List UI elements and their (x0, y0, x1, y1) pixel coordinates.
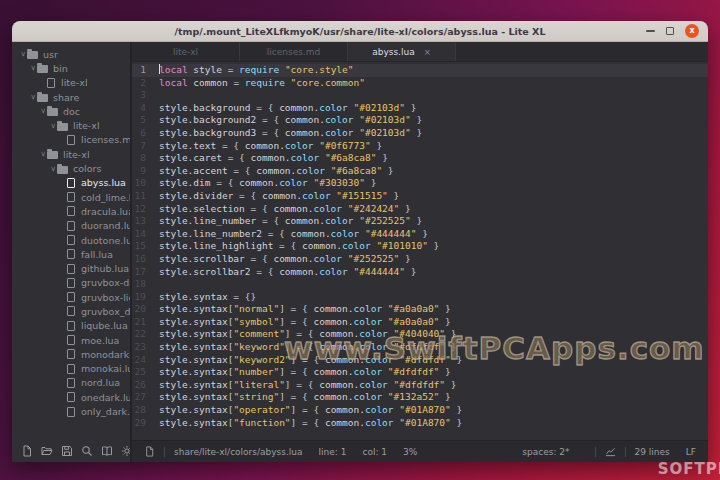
tree-item-gruvbox-dark.lu[interactable]: gruvbox-dark.lu (12, 276, 130, 290)
code-line[interactable]: 7style.text = { common.color "#0f6773" } (132, 140, 708, 153)
tree-item-dracula.lua[interactable]: dracula.lua (12, 204, 130, 218)
code-line[interactable]: 10style.dim = { common.color "#303030" } (132, 177, 708, 190)
tree-item-github.lua[interactable]: github.lua (12, 261, 130, 275)
code-line[interactable]: 6style.background3 = { common.color "#02… (132, 127, 708, 140)
tree-item-lite-xl[interactable]: >lite-xl (12, 147, 130, 161)
tree-item-doc[interactable]: >doc (12, 104, 130, 118)
code-text: style.syntax["string"] = { common.color … (159, 391, 451, 404)
code-line[interactable]: 9style.accent = { common.color "#6a8ca8"… (132, 165, 708, 178)
tree-item-only_dark.lua[interactable]: only_dark.lua (12, 404, 130, 418)
desktop: /tmp/.mount_LiteXLfkmyoK/usr/share/lite-… (0, 0, 720, 480)
tree-item-bin[interactable]: >bin (12, 61, 130, 75)
tree-item-duorand.lua[interactable]: duorand.lua (12, 219, 130, 233)
tree-item-nord.lua[interactable]: nord.lua (12, 376, 130, 390)
code-line[interactable]: 16style.scrollbar = { common.color "#252… (132, 253, 708, 266)
line-number: 7 (132, 140, 146, 153)
code-line[interactable]: 8style.caret = { common.color "#6a8ca8" … (132, 152, 708, 165)
tree-item-onedark.lua[interactable]: onedark.lua (12, 390, 130, 404)
line-number: 21 (132, 316, 146, 329)
code-line[interactable]: 20style.syntax["normal"] = { common.colo… (132, 303, 708, 316)
tree-item-gruvbox_dark.lu[interactable]: gruvbox_dark.lu (12, 304, 130, 318)
tab-bar: lite-xllicenses.mdabyss.lua× (132, 42, 708, 62)
tree-item-licenses.md[interactable]: licenses.md (12, 133, 130, 147)
status-line[interactable]: line: 1 (319, 447, 347, 457)
tree-item-fall.lua[interactable]: fall.lua (12, 247, 130, 261)
code-text: style.syntax["comment"] = { common.color… (159, 328, 457, 341)
code-line[interactable]: 27style.syntax["string"] = { common.colo… (132, 391, 708, 404)
line-number: 2 (132, 77, 146, 90)
tab-label: licenses.md (267, 47, 320, 57)
close-icon[interactable]: x (685, 24, 699, 38)
tree-item-label: bin (53, 63, 68, 74)
code-line[interactable]: 12style.selection = { common.color "#242… (132, 203, 708, 216)
code-line[interactable]: 28style.syntax["operator"] = { common.co… (132, 404, 708, 417)
save-icon[interactable] (61, 445, 73, 457)
code-text: style.accent = { common.color "#6a8ca8" … (159, 165, 394, 178)
line-number: 4 (132, 102, 146, 115)
maximize-icon[interactable] (666, 27, 674, 35)
settings-icon[interactable] (121, 445, 132, 457)
tree-item-monokai.lua[interactable]: monokai.lua (12, 362, 130, 376)
tree-item-abyss.lua[interactable]: abyss.lua (12, 176, 130, 190)
code-line[interactable]: 22style.syntax["comment"] = { common.col… (132, 328, 708, 341)
code-text: style.line_number2 = { common.color "#44… (159, 228, 428, 241)
tree-item-label: gruvbox-light.lu (81, 292, 130, 303)
status-total-lines: 29 lines (635, 447, 670, 457)
tree-item-gruvbox-light.lu[interactable]: gruvbox-light.lu (12, 290, 130, 304)
code-line[interactable]: 13style.line_number = { common.color "#2… (132, 215, 708, 228)
status-indent-mode[interactable]: spaces: 2* (522, 447, 569, 457)
code-line[interactable]: 25style.syntax["number"] = { common.colo… (132, 366, 708, 379)
code-text: style.selection = { common.color "#24242… (159, 203, 411, 216)
tree-item-lite-xl[interactable]: >lite-xl (12, 118, 130, 132)
tab-abyss.lua[interactable]: abyss.lua× (348, 42, 456, 61)
line-number: 26 (132, 379, 146, 392)
tree-item-colors[interactable]: >colors (12, 161, 130, 175)
code-editor[interactable]: 1local style = require "core.style"2loca… (132, 62, 708, 440)
code-line[interactable]: 11style.divider = { common.color "#15151… (132, 190, 708, 203)
tree-item-label: gruvbox-dark.lu (81, 277, 130, 288)
code-text: style.syntax = {} (159, 291, 256, 304)
line-chart-icon (605, 446, 616, 457)
tree-item-liqube.lua[interactable]: liqube.lua (12, 319, 130, 333)
status-eol-mode[interactable]: LF (686, 447, 696, 457)
file-icon (67, 335, 75, 345)
line-number: 18 (132, 278, 146, 291)
code-text: style.syntax["symbol"] = { common.color … (159, 316, 451, 329)
tree-item-lite-xl[interactable]: lite-xl (12, 76, 130, 90)
tree-item-duotone.lua[interactable]: duotone.lua (12, 233, 130, 247)
minimize-icon[interactable] (646, 30, 655, 32)
code-line[interactable]: 18 (132, 278, 708, 291)
titlebar[interactable]: /tmp/.mount_LiteXLfkmyoK/usr/share/lite-… (12, 21, 708, 42)
tree-item-moe.lua[interactable]: moe.lua (12, 333, 130, 347)
tree-item-monodark.lua[interactable]: monodark.lua (12, 347, 130, 361)
code-line[interactable]: 1local style = require "core.style" (132, 64, 708, 77)
code-line[interactable]: 4style.background = { common.color "#021… (132, 102, 708, 115)
sidebar-toolbar (12, 444, 130, 462)
code-line[interactable]: 24style.syntax["keyword2"] = { common.co… (132, 354, 708, 367)
tree-item-share[interactable]: >share (12, 90, 130, 104)
file-icon (67, 292, 75, 302)
code-line[interactable]: 26style.syntax["literal"] = { common.col… (132, 379, 708, 392)
code-line[interactable]: 2local common = require "core.common" (132, 77, 708, 90)
code-line[interactable]: 14style.line_number2 = { common.color "#… (132, 228, 708, 241)
code-line[interactable]: 3 (132, 89, 708, 102)
code-line[interactable]: 21style.syntax["symbol"] = { common.colo… (132, 316, 708, 329)
code-line[interactable]: 29style.syntax["function"] = { common.co… (132, 417, 708, 430)
status-col[interactable]: col: 1 (362, 447, 387, 457)
code-line[interactable]: 15style.line_highlight = { common.color … (132, 240, 708, 253)
search-icon[interactable] (81, 445, 93, 457)
tab-close-icon[interactable]: × (424, 47, 431, 57)
file-icon (47, 78, 55, 88)
file-icon (67, 321, 75, 331)
open-folder-icon[interactable] (41, 445, 53, 457)
code-line[interactable]: 23style.syntax["keyword"] = { common.col… (132, 341, 708, 354)
code-line[interactable]: 19style.syntax = {} (132, 291, 708, 304)
tab-lite-xl[interactable]: lite-xl (132, 42, 240, 61)
book-icon[interactable] (101, 445, 113, 457)
code-line[interactable]: 17style.scrollbar2 = { common.color "#44… (132, 266, 708, 279)
tree-item-usr[interactable]: >usr (12, 47, 130, 61)
tree-item-cold_lime.lua[interactable]: cold_lime.lua (12, 190, 130, 204)
new-file-icon[interactable] (21, 445, 33, 457)
tab-licenses.md[interactable]: licenses.md (240, 42, 348, 61)
code-line[interactable]: 5style.background2 = { common.color "#02… (132, 114, 708, 127)
